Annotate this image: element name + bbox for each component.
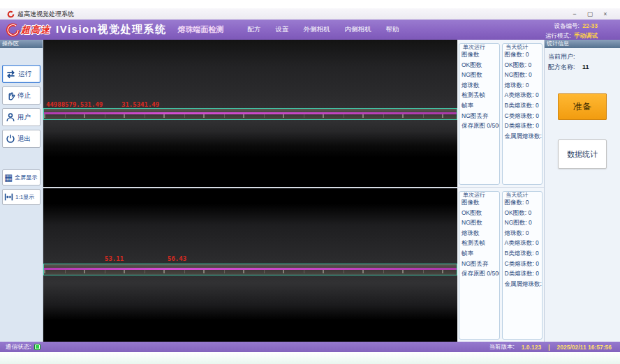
stat-row: 熔珠数: 0 <box>505 228 540 238</box>
menu-settings[interactable]: 设置 <box>275 25 288 34</box>
recipe-name-label: 配方名称: <box>548 63 575 70</box>
stat-row: NG图丢弃 <box>462 259 497 269</box>
info-panel-header: 统计信息 <box>545 40 620 48</box>
brand-swirl-icon <box>6 23 21 37</box>
device-info: 设备编号: 22-33 运行模式: 手动调试 <box>545 20 614 40</box>
sidebar-buttons: 运行 停止 用户 <box>0 48 43 205</box>
run-cycle-icon <box>6 70 16 79</box>
device-number-value: 22-33 <box>582 22 598 29</box>
data-statistics-button[interactable]: 数据统计 <box>558 139 607 169</box>
status-bar: 通信状态: 当前版本: 1.0.123 | 2025/02/11 16:57:5… <box>0 342 620 352</box>
fullscreen-button[interactable]: ▦ 全屏显示 <box>2 169 40 185</box>
stat-row: OK图数 <box>462 208 497 218</box>
info-panel-body: 当前用户: 配方名称: 11 准备 数据统计 <box>545 48 620 172</box>
version-value: 1.0.123 <box>522 344 541 351</box>
brand-name: 超高速 <box>21 24 50 36</box>
stat-row: D类熔珠数: 0 <box>505 121 540 131</box>
stop-button-label: 停止 <box>17 91 31 100</box>
stat-row: 保存原图 0/500 <box>462 268 497 279</box>
measurement-annotation: 53.11 <box>105 255 124 262</box>
stats-column: 单次运行 图像数 OK图数 NG图数 熔珠数 检测丢帧 帧率 NG图丢弃 保存原… <box>457 40 545 342</box>
app-logo-icon <box>7 10 15 18</box>
app-window: 超高速视觉处理系统 − ▢ × 超高速 IVision视觉处理系统 熔珠端面检测… <box>0 0 620 364</box>
stat-row: B类熔珠数: 0 <box>505 248 540 259</box>
menu-outer-camera[interactable]: 外侧相机 <box>303 25 330 34</box>
sidebar-gap <box>2 151 40 169</box>
stat-row: OK图数 <box>462 60 497 70</box>
today-stats-group: 当天统计 图像数: 0 OK图数: 0 NG图数: 0 熔珠数: 0 A类熔珠数… <box>502 191 543 340</box>
prepare-button[interactable]: 准备 <box>558 93 607 120</box>
user-button-label: 用户 <box>17 113 31 122</box>
comm-status-label: 通信状态: <box>6 343 31 351</box>
stat-row: OK图数: 0 <box>505 60 540 70</box>
run-button-label: 运行 <box>18 70 31 79</box>
stat-row: OK图数: 0 <box>505 208 540 218</box>
desktop-margin <box>0 352 620 364</box>
fullscreen-grid-icon: ▦ <box>4 173 13 182</box>
one-to-one-icon <box>4 192 13 202</box>
user-icon <box>6 112 15 122</box>
hand-stop-icon <box>6 91 15 100</box>
main-area: 操作区 运行 停止 <box>0 40 620 342</box>
run-mode-label: 运行模式: <box>545 32 570 39</box>
stat-row: 图像数 <box>462 197 497 208</box>
power-icon <box>6 134 15 144</box>
stat-row: D类熔珠数: 0 <box>505 268 540 279</box>
stat-row: NG图数 <box>462 70 497 80</box>
stat-row: NG图数: 0 <box>505 218 540 228</box>
stat-row: C类熔珠数: 0 <box>505 111 540 121</box>
maximize-icon[interactable]: ▢ <box>582 8 598 20</box>
recipe-name-value: 11 <box>582 63 589 70</box>
stat-row: 熔珠数 <box>462 228 497 238</box>
page-title: IVision视觉处理系统 <box>56 23 166 36</box>
weld-bead-detection-strip <box>43 264 457 275</box>
stat-row: 金属屑熔珠数: 0 <box>505 279 540 289</box>
menu-help[interactable]: 帮助 <box>385 25 399 34</box>
single-run-group: 单次运行 图像数 OK图数 NG图数 熔珠数 检测丢帧 帧率 NG图丢弃 保存原… <box>459 191 500 340</box>
statistics-info-panel: 统计信息 当前用户: 配方名称: 11 准备 数据统计 <box>545 40 620 342</box>
menu-inner-camera[interactable]: 内侧相机 <box>344 25 371 34</box>
run-mode-value: 手动调试 <box>574 32 598 39</box>
stop-button[interactable]: 停止 <box>2 86 40 105</box>
camera-image-top: 44988579.531.49 31.5341.49 <box>43 40 457 187</box>
stat-row: NG图数 <box>462 218 497 228</box>
app-header: 超高速 IVision视觉处理系统 熔珠端面检测 配方 设置 外侧相机 内侧相机… <box>0 20 620 40</box>
stat-row: A类熔珠数: 0 <box>505 90 540 100</box>
current-user-label: 当前用户: <box>548 53 575 60</box>
stat-row: 帧率 <box>462 100 497 111</box>
main-menu: 配方 设置 外侧相机 内侧相机 帮助 <box>247 25 399 34</box>
version-label: 当前版本: <box>489 343 514 351</box>
measurement-annotation: 31.5341.49 <box>121 101 159 108</box>
one-to-one-button[interactable]: 1:1显示 <box>2 189 40 205</box>
stat-row: 检测丢帧 <box>462 90 497 100</box>
weld-bead-detection-strip <box>43 108 457 120</box>
stat-row: 保存原图 0/500 <box>462 121 497 131</box>
stat-row: B类熔珠数: 0 <box>505 100 540 111</box>
camera-viewport: 44988579.531.49 31.5341.49 53.11 56.43 <box>43 40 457 342</box>
measurement-annotation: 56.43 <box>168 255 186 262</box>
single-run-group: 单次运行 图像数 OK图数 NG图数 熔珠数 检测丢帧 帧率 NG图丢弃 保存原… <box>459 43 500 185</box>
group-title: 单次运行 <box>462 191 487 199</box>
stat-row: 帧率 <box>462 248 497 259</box>
group-title: 当天统计 <box>505 191 530 199</box>
stat-row: 图像数: 0 <box>505 197 540 208</box>
camera-image-bottom: 53.11 56.43 <box>43 188 457 342</box>
stat-row: 图像数 <box>462 50 497 60</box>
os-titlebar: 超高速视觉处理系统 − ▢ × <box>0 8 620 20</box>
measurement-annotation: 44988579.531.49 <box>46 101 103 108</box>
desktop-margin <box>0 0 620 8</box>
stat-row: NG图数: 0 <box>505 70 540 80</box>
fullscreen-button-label: 全屏显示 <box>15 174 37 181</box>
device-number-label: 设备编号: <box>554 22 579 29</box>
run-button[interactable]: 运行 <box>2 65 40 83</box>
exit-button[interactable]: 退出 <box>2 130 40 148</box>
close-icon[interactable]: × <box>598 8 613 20</box>
operation-sidebar: 操作区 运行 停止 <box>0 40 43 342</box>
user-button[interactable]: 用户 <box>2 108 40 126</box>
comm-status-indicator <box>34 344 40 350</box>
one-to-one-button-label: 1:1显示 <box>15 193 34 201</box>
menu-recipe[interactable]: 配方 <box>247 25 260 34</box>
window-title: 超高速视觉处理系统 <box>17 10 74 19</box>
stat-row: 熔珠数: 0 <box>505 80 540 91</box>
brand-logo: 超高速 <box>6 23 50 37</box>
